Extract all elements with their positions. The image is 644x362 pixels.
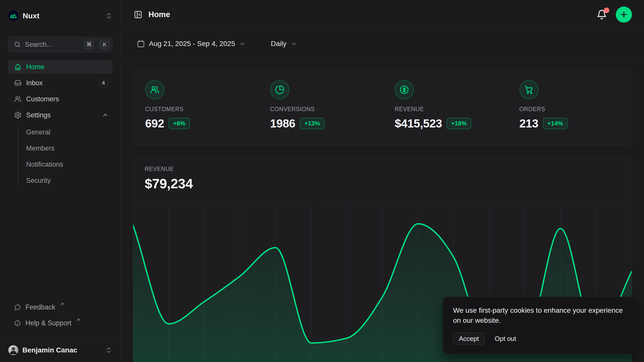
granularity-label: Daily (271, 40, 287, 48)
notifications-button[interactable] (594, 7, 609, 22)
inbox-count-badge: 4 (98, 78, 108, 87)
workspace-switcher[interactable]: Nuxt (8, 7, 112, 25)
calendar-icon (137, 40, 145, 48)
circle-dollar-icon (395, 80, 414, 99)
collapse-sidebar-button[interactable] (131, 7, 145, 22)
sidebar-item-general[interactable]: General (26, 124, 112, 140)
chevrons-up-down-icon (105, 347, 112, 354)
sidebar-item-label: Inbox (26, 79, 94, 87)
stat-label: ORDERS (519, 106, 620, 113)
chevron-down-icon (291, 40, 297, 47)
notification-dot (604, 8, 609, 13)
date-range-picker[interactable]: Aug 21, 2025 - Sep 4, 2025 (131, 37, 250, 51)
add-button[interactable] (616, 7, 632, 23)
stats-row: CUSTOMERS 692 +6% CONVERSIONS 1986 +13% (133, 68, 632, 145)
stat-card-orders[interactable]: ORDERS 213 +14% (507, 69, 632, 145)
revenue-chart-value: $79,234 (145, 176, 620, 191)
stat-card-customers[interactable]: CUSTOMERS 692 +6% (133, 69, 258, 145)
arrow-up-right-icon (60, 302, 64, 306)
search-input[interactable]: Search... ⌘ K (8, 37, 112, 52)
stat-delta-badge: +14% (543, 118, 568, 129)
stat-card-conversions[interactable]: CONVERSIONS 1986 +13% (258, 69, 383, 145)
kbd-cmd: ⌘ (84, 39, 94, 50)
search-placeholder: Search... (25, 41, 78, 49)
chevrons-up-down-icon (105, 12, 112, 19)
stat-delta-badge: +13% (300, 118, 325, 129)
sidebar-nav: Home Inbox 4 Customers Settings Genera (8, 60, 112, 189)
sidebar-item-inbox[interactable]: Inbox 4 (8, 76, 112, 90)
sidebar-item-label: Home (26, 63, 108, 71)
feedback-link[interactable]: Feedback (8, 300, 112, 314)
kbd-k: K (100, 39, 110, 50)
stat-value: 1986 (270, 117, 296, 130)
sidebar-item-notifications[interactable]: Notifications (26, 156, 112, 172)
stat-delta-badge: +18% (447, 118, 471, 129)
cookie-actions: Accept Opt out (453, 333, 626, 345)
chevron-up-icon (102, 112, 108, 118)
avatar (8, 345, 18, 355)
cookie-message: We use first-party cookies to enhance yo… (453, 305, 626, 326)
feedback-label: Feedback (25, 303, 55, 311)
stat-value: $415,523 (395, 117, 442, 130)
sidebar-item-home[interactable]: Home (8, 60, 112, 74)
user-name: Benjamin Canac (22, 346, 101, 354)
stat-card-revenue[interactable]: REVENUE $415,523 +18% (382, 69, 507, 145)
gear-icon (14, 111, 22, 119)
stat-delta-badge: +6% (169, 118, 190, 129)
revenue-chart-label: REVENUE (145, 166, 620, 172)
users-icon (14, 95, 22, 103)
search-icon (14, 41, 21, 48)
nuxt-logo-icon (8, 11, 19, 21)
cookie-banner: We use first-party cookies to enhance yo… (443, 297, 637, 354)
help-support-link[interactable]: Help & Support (8, 316, 112, 330)
users-icon (145, 80, 164, 99)
sidebar: Nuxt Search... ⌘ K Home Inbox 4 (0, 0, 121, 362)
sidebar-item-settings[interactable]: Settings (8, 108, 112, 122)
stat-label: CUSTOMERS (145, 106, 246, 113)
inbox-icon (14, 79, 22, 87)
help-support-label: Help & Support (25, 319, 71, 327)
filters-toolbar: Aug 21, 2025 - Sep 4, 2025 Daily (121, 29, 644, 58)
revenue-chart-header: REVENUE $79,234 (133, 158, 632, 191)
chevron-down-icon (239, 40, 246, 47)
shopping-cart-icon (519, 80, 539, 99)
sidebar-item-security[interactable]: Security (26, 172, 112, 189)
stat-value: 692 (145, 117, 164, 130)
sidebar-item-members[interactable]: Members (26, 140, 112, 156)
date-range-label: Aug 21, 2025 - Sep 4, 2025 (149, 40, 235, 48)
workspace-name: Nuxt (23, 12, 101, 20)
arrow-up-right-icon (76, 318, 80, 322)
page-title: Home (148, 10, 170, 19)
header-actions (594, 7, 632, 23)
sidebar-spacer (8, 189, 112, 300)
stat-label: REVENUE (395, 106, 495, 113)
sidebar-item-label: Settings (26, 111, 97, 119)
pie-chart-icon (270, 80, 289, 99)
stat-value: 213 (519, 117, 538, 130)
opt-out-button[interactable]: Opt out (495, 335, 516, 343)
page-header: Home (121, 0, 644, 29)
info-circle-icon (14, 320, 21, 327)
accept-button[interactable]: Accept (453, 333, 485, 345)
chat-bubble-icon (14, 304, 21, 311)
stat-label: CONVERSIONS (270, 106, 371, 113)
sidebar-item-customers[interactable]: Customers (8, 92, 112, 106)
settings-subnav: General Members Notifications Security (18, 124, 112, 189)
user-menu[interactable]: Benjamin Canac (0, 338, 120, 362)
sidebar-item-label: Customers (26, 95, 108, 103)
granularity-select[interactable]: Daily (265, 37, 301, 51)
home-icon (14, 63, 22, 71)
plus-icon (620, 10, 628, 19)
